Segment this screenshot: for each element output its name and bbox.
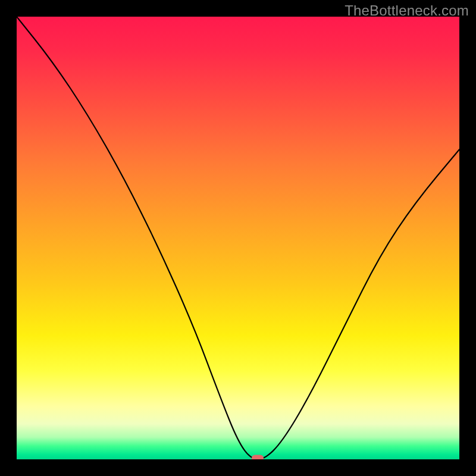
- plot-area: [17, 17, 459, 459]
- bottleneck-curve-path: [17, 17, 459, 459]
- watermark-text: TheBottleneck.com: [345, 2, 469, 19]
- bottleneck-chart: TheBottleneck.com: [0, 0, 476, 476]
- optimal-marker: [252, 455, 264, 460]
- curve-svg: [17, 17, 459, 459]
